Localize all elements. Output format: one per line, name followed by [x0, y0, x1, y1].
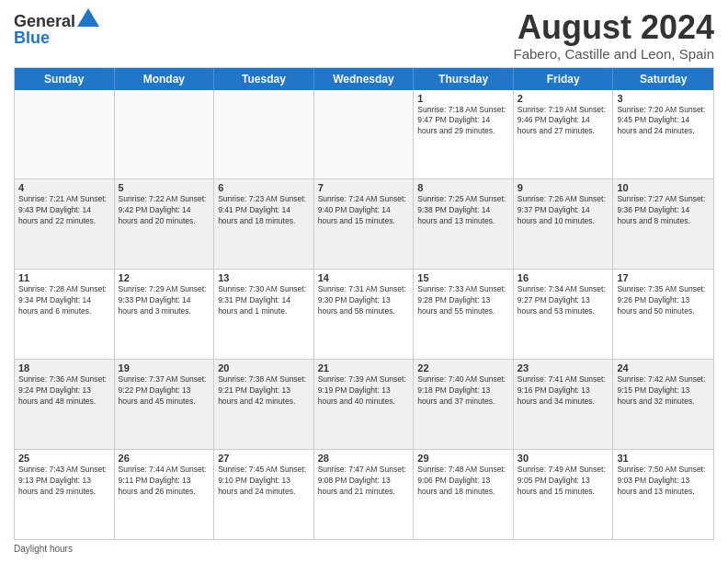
day-info: Sunrise: 7:41 AM Sunset: 9:16 PM Dayligh…	[518, 374, 609, 408]
cal-week-4: 18Sunrise: 7:36 AM Sunset: 9:24 PM Dayli…	[15, 360, 713, 450]
header-monday: Monday	[115, 68, 215, 90]
cal-week-5: 25Sunrise: 7:43 AM Sunset: 9:13 PM Dayli…	[15, 450, 713, 539]
title-section: August 2024 Fabero, Castille and Leon, S…	[514, 9, 714, 62]
day-info: Sunrise: 7:23 AM Sunset: 9:41 PM Dayligh…	[218, 194, 310, 227]
day-info: Sunrise: 7:39 AM Sunset: 9:19 PM Dayligh…	[318, 374, 410, 408]
table-row	[115, 90, 215, 179]
day-number: 24	[617, 362, 710, 373]
logo: General Blue	[14, 13, 99, 46]
day-number: 17	[617, 272, 710, 283]
table-row: 6Sunrise: 7:23 AM Sunset: 9:41 PM Daylig…	[214, 179, 314, 269]
table-row: 10Sunrise: 7:27 AM Sunset: 9:36 PM Dayli…	[613, 179, 713, 269]
header-wednesday: Wednesday	[314, 68, 415, 90]
cal-week-2: 4Sunrise: 7:21 AM Sunset: 9:43 PM Daylig…	[15, 179, 713, 270]
day-info: Sunrise: 7:49 AM Sunset: 9:05 PM Dayligh…	[518, 465, 609, 498]
table-row: 17Sunrise: 7:35 AM Sunset: 9:26 PM Dayli…	[613, 270, 713, 359]
table-row	[214, 90, 314, 179]
day-info: Sunrise: 7:45 AM Sunset: 9:10 PM Dayligh…	[218, 465, 310, 498]
svg-marker-0	[77, 8, 99, 27]
table-row: 2Sunrise: 7:19 AM Sunset: 9:46 PM Daylig…	[514, 90, 614, 179]
header-saturday: Saturday	[613, 68, 713, 90]
table-row: 8Sunrise: 7:25 AM Sunset: 9:38 PM Daylig…	[414, 179, 514, 269]
day-info: Sunrise: 7:47 AM Sunset: 9:08 PM Dayligh…	[318, 465, 410, 498]
day-info: Sunrise: 7:28 AM Sunset: 9:34 PM Dayligh…	[18, 284, 110, 317]
day-info: Sunrise: 7:22 AM Sunset: 9:42 PM Dayligh…	[119, 194, 210, 227]
header-friday: Friday	[514, 68, 614, 90]
table-row: 9Sunrise: 7:26 AM Sunset: 9:37 PM Daylig…	[514, 179, 614, 269]
calendar-header: Sunday Monday Tuesday Wednesday Thursday…	[15, 68, 713, 90]
footer-note: Daylight hours	[14, 544, 714, 554]
cal-week-1: 1Sunrise: 7:18 AM Sunset: 9:47 PM Daylig…	[15, 90, 713, 180]
day-number: 27	[218, 453, 310, 464]
day-number: 8	[417, 182, 509, 193]
table-row: 5Sunrise: 7:22 AM Sunset: 9:42 PM Daylig…	[115, 179, 215, 269]
day-info: Sunrise: 7:48 AM Sunset: 9:06 PM Dayligh…	[417, 465, 509, 498]
day-info: Sunrise: 7:34 AM Sunset: 9:27 PM Dayligh…	[518, 284, 609, 317]
day-number: 12	[119, 272, 210, 283]
day-number: 1	[417, 93, 509, 104]
header: General Blue August 2024 Fabero, Castill…	[14, 9, 714, 62]
day-number: 4	[18, 182, 110, 193]
day-info: Sunrise: 7:40 AM Sunset: 9:18 PM Dayligh…	[417, 374, 509, 408]
day-info: Sunrise: 7:35 AM Sunset: 9:26 PM Dayligh…	[617, 284, 710, 317]
table-row: 27Sunrise: 7:45 AM Sunset: 9:10 PM Dayli…	[214, 450, 314, 539]
logo-triangle-icon	[77, 8, 99, 27]
subtitle: Fabero, Castille and Leon, Spain	[514, 46, 714, 62]
table-row: 31Sunrise: 7:50 AM Sunset: 9:03 PM Dayli…	[613, 450, 713, 539]
day-number: 10	[617, 182, 710, 193]
header-sunday: Sunday	[15, 68, 115, 90]
table-row: 3Sunrise: 7:20 AM Sunset: 9:45 PM Daylig…	[613, 90, 713, 179]
calendar: Sunday Monday Tuesday Wednesday Thursday…	[14, 67, 714, 540]
day-number: 15	[417, 272, 509, 283]
day-info: Sunrise: 7:20 AM Sunset: 9:45 PM Dayligh…	[617, 105, 710, 138]
main-title: August 2024	[514, 9, 714, 46]
day-number: 11	[18, 272, 110, 283]
header-tuesday: Tuesday	[214, 68, 314, 90]
day-number: 22	[417, 362, 509, 373]
table-row: 20Sunrise: 7:38 AM Sunset: 9:21 PM Dayli…	[214, 360, 314, 449]
day-number: 16	[518, 272, 609, 283]
day-number: 23	[518, 362, 609, 373]
day-number: 29	[417, 453, 509, 464]
day-number: 25	[18, 453, 110, 464]
table-row: 7Sunrise: 7:24 AM Sunset: 9:40 PM Daylig…	[314, 179, 415, 269]
day-number: 21	[318, 362, 410, 373]
day-number: 2	[518, 93, 609, 104]
day-number: 26	[119, 453, 210, 464]
day-info: Sunrise: 7:18 AM Sunset: 9:47 PM Dayligh…	[417, 105, 509, 138]
day-number: 14	[318, 272, 410, 283]
day-info: Sunrise: 7:21 AM Sunset: 9:43 PM Dayligh…	[18, 194, 110, 227]
day-info: Sunrise: 7:27 AM Sunset: 9:36 PM Dayligh…	[617, 194, 710, 227]
cal-week-3: 11Sunrise: 7:28 AM Sunset: 9:34 PM Dayli…	[15, 270, 713, 360]
calendar-body: 1Sunrise: 7:18 AM Sunset: 9:47 PM Daylig…	[15, 90, 713, 539]
logo-general: General	[14, 13, 99, 29]
day-info: Sunrise: 7:19 AM Sunset: 9:46 PM Dayligh…	[518, 105, 609, 138]
day-info: Sunrise: 7:25 AM Sunset: 9:38 PM Dayligh…	[417, 194, 509, 227]
header-thursday: Thursday	[414, 68, 514, 90]
day-info: Sunrise: 7:31 AM Sunset: 9:30 PM Dayligh…	[318, 284, 410, 317]
table-row: 18Sunrise: 7:36 AM Sunset: 9:24 PM Dayli…	[15, 360, 115, 449]
table-row: 15Sunrise: 7:33 AM Sunset: 9:28 PM Dayli…	[414, 270, 514, 359]
day-number: 20	[218, 362, 310, 373]
table-row: 4Sunrise: 7:21 AM Sunset: 9:43 PM Daylig…	[15, 179, 115, 269]
logo-blue-text: Blue	[14, 29, 99, 46]
day-number: 7	[318, 182, 410, 193]
day-number: 18	[18, 362, 110, 373]
day-info: Sunrise: 7:30 AM Sunset: 9:31 PM Dayligh…	[218, 284, 310, 317]
day-info: Sunrise: 7:24 AM Sunset: 9:40 PM Dayligh…	[318, 194, 410, 227]
day-number: 31	[617, 453, 710, 464]
day-number: 13	[218, 272, 310, 283]
day-number: 30	[518, 453, 609, 464]
day-info: Sunrise: 7:29 AM Sunset: 9:33 PM Dayligh…	[119, 284, 210, 317]
table-row: 28Sunrise: 7:47 AM Sunset: 9:08 PM Dayli…	[314, 450, 415, 539]
table-row: 16Sunrise: 7:34 AM Sunset: 9:27 PM Dayli…	[514, 270, 614, 359]
day-info: Sunrise: 7:42 AM Sunset: 9:15 PM Dayligh…	[617, 374, 710, 408]
table-row: 21Sunrise: 7:39 AM Sunset: 9:19 PM Dayli…	[314, 360, 415, 449]
day-info: Sunrise: 7:26 AM Sunset: 9:37 PM Dayligh…	[518, 194, 609, 227]
table-row: 11Sunrise: 7:28 AM Sunset: 9:34 PM Dayli…	[15, 270, 115, 359]
page: General Blue August 2024 Fabero, Castill…	[0, 0, 728, 563]
table-row: 19Sunrise: 7:37 AM Sunset: 9:22 PM Dayli…	[115, 360, 215, 449]
day-number: 9	[518, 182, 609, 193]
day-number: 19	[119, 362, 210, 373]
day-info: Sunrise: 7:37 AM Sunset: 9:22 PM Dayligh…	[119, 374, 210, 408]
